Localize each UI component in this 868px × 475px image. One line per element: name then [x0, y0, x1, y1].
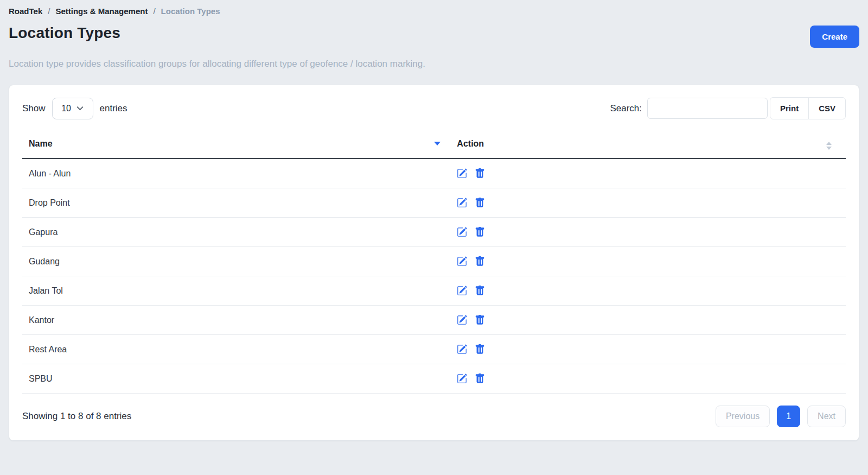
table-row: SPBU: [22, 364, 846, 394]
edit-button[interactable]: [457, 344, 467, 354]
row-actions: [457, 344, 820, 354]
delete-button[interactable]: [475, 256, 485, 267]
page-size-select[interactable]: 10: [52, 98, 93, 119]
trash-icon: [475, 260, 485, 268]
entries-label: entries: [100, 103, 127, 114]
table-row: Rest Area: [22, 335, 846, 364]
edit-button[interactable]: [457, 256, 467, 267]
edit-button[interactable]: [457, 198, 467, 208]
row-actions: [457, 315, 820, 325]
table-header-row: Name Action: [22, 129, 846, 159]
row-name-cell: Alun - Alun: [22, 159, 450, 188]
row-actions: [457, 256, 820, 267]
datatable-card: Show 10 entries Search: Print CSV: [9, 85, 859, 441]
edit-button[interactable]: [457, 315, 467, 325]
csv-button[interactable]: CSV: [808, 97, 846, 119]
breadcrumb-item-settings-management[interactable]: Settings & Management: [55, 7, 148, 16]
page-header: Location Types Create: [9, 24, 859, 48]
delete-button[interactable]: [475, 344, 485, 354]
delete-button[interactable]: [475, 227, 485, 237]
pencil-square-icon: [457, 260, 467, 268]
table-row: Gudang: [22, 247, 846, 276]
row-name-cell: Drop Point: [22, 188, 450, 218]
edit-button[interactable]: [457, 227, 467, 237]
search-label: Search:: [610, 103, 642, 114]
trash-icon: [475, 231, 485, 239]
pencil-square-icon: [457, 348, 467, 356]
table-row: Kantor: [22, 306, 846, 335]
pagination: Previous 1 Next: [716, 406, 846, 427]
row-name-cell: SPBU: [22, 364, 450, 394]
edit-button[interactable]: [457, 168, 467, 179]
search-input[interactable]: [647, 98, 768, 119]
table-body: Alun - Alun: [22, 159, 846, 394]
edit-button[interactable]: [457, 373, 467, 384]
row-actions: [457, 373, 820, 384]
breadcrumb-separator: /: [48, 7, 50, 16]
pencil-square-icon: [457, 172, 467, 180]
chevron-down-icon: [76, 105, 84, 112]
page-size-control: Show 10 entries: [22, 98, 127, 119]
page-number-button[interactable]: 1: [777, 406, 800, 427]
row-actions: [457, 198, 820, 208]
create-button[interactable]: Create: [810, 26, 859, 48]
page-description: Location type provides classification gr…: [9, 59, 859, 69]
breadcrumb-item-roadtek[interactable]: RoadTek: [9, 7, 42, 16]
export-button-group: Print CSV: [770, 97, 846, 119]
table-row: Gapura: [22, 218, 846, 247]
delete-button[interactable]: [475, 286, 485, 296]
row-name-cell: Gapura: [22, 218, 450, 247]
action-header-label: Action: [457, 139, 484, 148]
row-name-cell: Gudang: [22, 247, 450, 276]
location-types-table: Name Action Alun - Alun: [22, 129, 846, 394]
row-name-cell: Rest Area: [22, 335, 450, 364]
caret-up-down-icon: [826, 142, 832, 150]
column-header-action: Action: [450, 129, 820, 159]
page-title: Location Types: [9, 24, 120, 42]
column-header-extra[interactable]: [820, 129, 846, 159]
table-row: Drop Point: [22, 188, 846, 218]
trash-icon: [475, 172, 485, 180]
delete-button[interactable]: [475, 168, 485, 179]
row-name-cell: Jalan Tol: [22, 276, 450, 306]
previous-page-button[interactable]: Previous: [716, 406, 770, 427]
table-footer: Showing 1 to 8 of 8 entries Previous 1 N…: [22, 406, 846, 427]
name-header-label: Name: [29, 139, 53, 149]
row-actions: [457, 168, 820, 179]
next-page-button[interactable]: Next: [807, 406, 846, 427]
pencil-square-icon: [457, 201, 467, 210]
trash-icon: [475, 201, 485, 210]
column-header-name[interactable]: Name: [22, 129, 450, 159]
breadcrumb: RoadTek / Settings & Management / Locati…: [9, 7, 859, 16]
pencil-square-icon: [457, 319, 467, 327]
page: RoadTek / Settings & Management / Locati…: [0, 0, 868, 441]
delete-button[interactable]: [475, 198, 485, 208]
breadcrumb-item-location-types: Location Types: [161, 7, 220, 16]
row-actions: [457, 286, 820, 296]
delete-button[interactable]: [475, 315, 485, 325]
page-size-value: 10: [61, 104, 71, 113]
pencil-square-icon: [457, 231, 467, 239]
pencil-square-icon: [457, 377, 467, 385]
edit-button[interactable]: [457, 286, 467, 296]
table-row: Jalan Tol: [22, 276, 846, 306]
row-actions: [457, 227, 820, 237]
trash-icon: [475, 377, 485, 385]
show-label: Show: [22, 103, 46, 114]
search-and-export: Search: Print CSV: [610, 97, 846, 119]
entries-summary: Showing 1 to 8 of 8 entries: [22, 411, 131, 422]
breadcrumb-separator: /: [153, 7, 155, 16]
print-button[interactable]: Print: [770, 97, 809, 119]
table-row: Alun - Alun: [22, 159, 846, 188]
trash-icon: [475, 319, 485, 327]
trash-icon: [475, 348, 485, 356]
caret-down-icon: [434, 142, 441, 145]
trash-icon: [475, 289, 485, 297]
delete-button[interactable]: [475, 373, 485, 384]
row-name-cell: Kantor: [22, 306, 450, 335]
pencil-square-icon: [457, 289, 467, 297]
table-controls: Show 10 entries Search: Print CSV: [22, 97, 846, 119]
